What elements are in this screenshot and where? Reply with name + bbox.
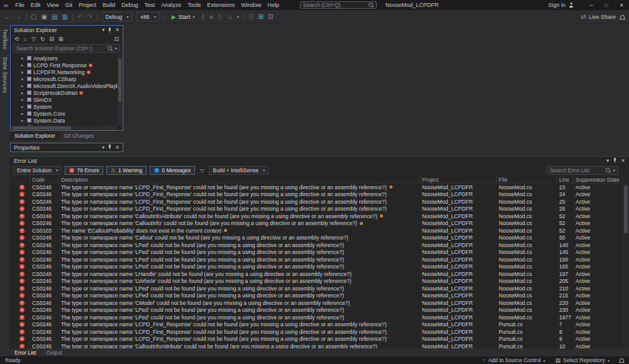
pin-icon[interactable]: [108, 28, 112, 33]
menu-item[interactable]: Tools: [184, 0, 204, 10]
close-icon[interactable]: ✕: [621, 158, 625, 163]
error-row[interactable]: CS0246 The type or namespace name 'LPed'…: [14, 241, 623, 249]
tree-item-reference[interactable]: ▸ Microsoft.CSharp: [11, 75, 123, 82]
properties-icon[interactable]: ⊡: [114, 36, 119, 42]
notifications-bell-icon[interactable]: [620, 358, 624, 362]
find-in-files-icon[interactable]: ⊞: [258, 14, 263, 20]
solution-platform-combobox[interactable]: x86 ▾: [136, 12, 160, 21]
menu-item[interactable]: View: [43, 0, 62, 10]
scope-combobox[interactable]: Entire Solution ▾: [13, 166, 62, 175]
window-position-icon[interactable]: ▾: [102, 28, 104, 33]
expander-icon[interactable]: ▸: [21, 77, 25, 82]
maximize-button[interactable]: □: [599, 0, 614, 10]
save-icon[interactable]: ▤: [52, 14, 57, 20]
error-list-search-input[interactable]: [550, 167, 603, 174]
refresh-icon[interactable]: ↻: [40, 36, 45, 42]
tab-error-list[interactable]: Error List: [10, 348, 40, 356]
toolbox-vertical-tab[interactable]: Toolbox: [2, 29, 8, 50]
window-position-icon[interactable]: ▾: [102, 145, 104, 150]
start-debugging-button[interactable]: ▶ Start ▾: [169, 12, 198, 22]
tree-item-reference[interactable]: ▸ System: [11, 103, 123, 110]
tree-vertical-scrollbar[interactable]: [118, 54, 122, 125]
show-all-files-icon[interactable]: ⊞: [58, 36, 64, 42]
errors-filter-button[interactable]: 79 Errors: [65, 166, 103, 175]
expander-icon[interactable]: ▸: [21, 70, 25, 75]
menu-item[interactable]: Edit: [28, 0, 44, 10]
error-row[interactable]: CS0246 The type or namespace name 'CMode…: [14, 299, 623, 307]
tab-output[interactable]: Output: [42, 348, 67, 356]
tree-item-reference[interactable]: ▸ LCPDFR.Networking ✕: [11, 69, 123, 75]
error-row[interactable]: CS0246 The type or namespace name 'LCPD_…: [14, 191, 623, 199]
collapse-all-icon[interactable]: ⊟: [49, 36, 54, 42]
tab-git-changes[interactable]: Git Changes: [60, 131, 98, 140]
chevron-down-icon[interactable]: ▾: [613, 168, 615, 172]
feedback-bell-icon[interactable]: [620, 15, 625, 19]
column-severity[interactable]: [14, 176, 30, 183]
quick-search-box[interactable]: [300, 1, 377, 9]
undo-icon[interactable]: ↶: [77, 14, 82, 20]
error-row[interactable]: CS0246 The type or namespace name 'LCPD_…: [14, 206, 623, 213]
tree-item-reference[interactable]: ▸ LCPD First Response ✕: [11, 62, 123, 69]
select-repository-button[interactable]: ▤ Select Repository ▴: [555, 357, 610, 363]
navigate-back-icon[interactable]: ←: [4, 14, 11, 20]
window-position-icon[interactable]: ▾: [606, 158, 609, 163]
column-line[interactable]: Line: [557, 176, 574, 183]
pin-icon[interactable]: [108, 145, 112, 150]
error-row[interactable]: CS0246 The type or namespace name 'LPed'…: [14, 307, 623, 314]
menu-item[interactable]: Window: [238, 0, 264, 10]
error-row[interactable]: CS0246 The type or namespace name 'LCPD_…: [14, 184, 623, 191]
home-icon[interactable]: ⌂: [24, 36, 27, 42]
filter-icon[interactable]: ▽: [198, 168, 206, 174]
error-row[interactable]: CS0246 The type or namespace name 'Callo…: [14, 234, 623, 242]
expander-icon[interactable]: ▸: [21, 63, 25, 68]
error-row[interactable]: CS0246 The type or namespace name 'LVehi…: [14, 278, 623, 285]
source-combobox[interactable]: Build + IntelliSense ▾: [209, 166, 269, 175]
close-button[interactable]: ✕: [614, 0, 629, 10]
expander-icon[interactable]: ▸: [21, 91, 25, 96]
scrollbar-thumb[interactable]: [118, 59, 121, 102]
error-row[interactable]: CS0246 The type or namespace name 'LPed'…: [14, 285, 623, 292]
expander-icon[interactable]: ▸: [21, 97, 25, 102]
error-row[interactable]: CS0103 The name 'ECalloutProbability' do…: [14, 227, 623, 234]
menu-item[interactable]: Project: [75, 0, 99, 10]
menu-item[interactable]: Git: [62, 0, 76, 10]
hot-reload-icon[interactable]: ♨: [227, 14, 233, 20]
error-row[interactable]: CS0246 The type or namespace name 'LCPD_…: [14, 336, 623, 343]
menu-item[interactable]: File: [12, 0, 28, 10]
close-icon[interactable]: ✕: [115, 145, 120, 150]
open-file-icon[interactable]: ▣: [41, 14, 47, 20]
toolbar-options-icon[interactable]: ⊡: [268, 14, 273, 20]
error-row[interactable]: CS0246 The type or namespace name 'Callo…: [14, 343, 623, 348]
error-list-search-box[interactable]: ▾: [547, 166, 618, 175]
error-row[interactable]: CS0246 The type or namespace name 'LPed'…: [14, 263, 623, 271]
error-row[interactable]: CS0246 The type or namespace name 'LCPD_…: [14, 321, 623, 329]
sign-in-button[interactable]: Sign in: [548, 2, 574, 8]
menu-item[interactable]: Test: [142, 0, 159, 10]
column-code[interactable]: Code: [30, 176, 59, 183]
tab-solution-explorer[interactable]: Solution Explorer: [10, 131, 60, 140]
tree-item-reference[interactable]: ▸ System.Data: [11, 117, 123, 124]
error-row[interactable]: CS0246 The type or namespace name 'LPed'…: [14, 256, 623, 263]
new-file-icon[interactable]: ▢: [31, 14, 36, 20]
tree-item-reference[interactable]: ▸ SlimDX: [11, 96, 123, 103]
navigate-forward-icon[interactable]: →: [15, 14, 21, 20]
tree-horizontal-scrollbar[interactable]: [11, 126, 117, 130]
expander-icon[interactable]: ▸: [21, 56, 25, 61]
pin-icon[interactable]: [613, 158, 617, 163]
error-row[interactable]: CS0246 The type or namespace name 'LCPD_…: [14, 328, 623, 336]
filter-icon[interactable]: ▽: [31, 36, 36, 42]
error-row[interactable]: CS0246 The type or namespace name 'LPed'…: [14, 314, 623, 321]
switch-views-icon[interactable]: ⟲: [14, 36, 19, 42]
error-row[interactable]: CS0246 The type or namespace name 'LCPD_…: [14, 198, 623, 206]
redo-icon[interactable]: ↷: [87, 14, 92, 20]
live-share-button[interactable]: ⇄ Live Share: [581, 14, 616, 20]
menu-item[interactable]: Debug: [118, 0, 142, 10]
error-list-vertical-scrollbar[interactable]: [623, 184, 629, 348]
column-description[interactable]: Description: [59, 176, 420, 183]
tree-item-reference[interactable]: ▸ Microsoft.DirectX.AudioVideoPlayb: [11, 82, 123, 89]
column-project[interactable]: Project: [420, 176, 497, 183]
scrollbar-thumb[interactable]: [624, 185, 628, 233]
solution-explorer-search-box[interactable]: ▾: [13, 44, 120, 53]
error-row[interactable]: CS0246 The type or namespace name 'Callo…: [14, 220, 623, 228]
tree-item-reference[interactable]: ▸ System.Core: [11, 110, 123, 117]
